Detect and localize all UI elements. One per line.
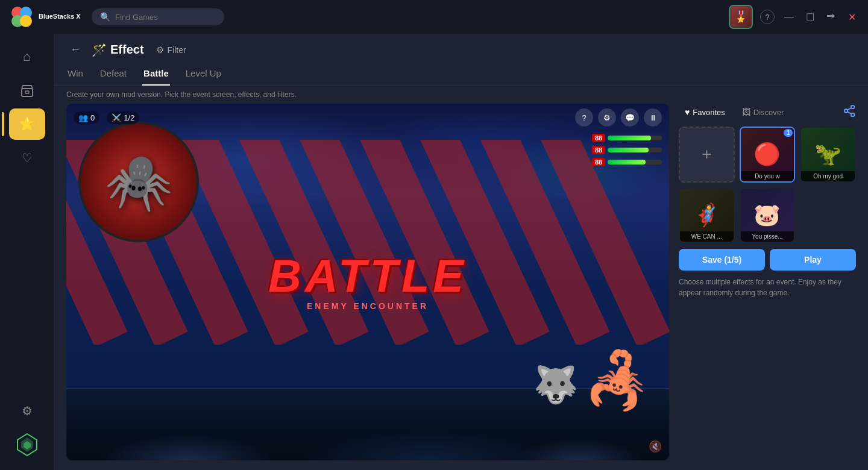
heart-tab-icon: ♥ — [685, 107, 690, 117]
share-button[interactable] — [843, 104, 856, 121]
hp-bar-fill-1 — [608, 136, 651, 140]
effect-card-you-pisse-label: You pisse... — [741, 231, 794, 242]
sidebar-item-favorites[interactable]: ♡ — [9, 142, 45, 174]
battle-text-overlay: BATTLE ENEMY ENCOUNTER — [268, 253, 467, 311]
we-can-sprite: 🦸 — [693, 202, 720, 228]
battle-count-badge: ⚔️ 1/2 — [107, 111, 139, 124]
hp-value-2: 88 — [592, 146, 605, 154]
battle-subtitle: ENEMY ENCOUNTER — [268, 301, 467, 311]
hp-row-1: 88 — [592, 134, 662, 142]
page-title-area: 🪄 Effect — [92, 43, 144, 57]
store-icon — [20, 83, 34, 98]
panel-tabs: ♥ Favorites 🖼 Discover — [679, 104, 856, 121]
effect-card-oh-my-god-inner: 🦖 Oh my god — [801, 128, 855, 181]
svg-point-11 — [851, 113, 855, 116]
swords-icon: ⚔️ — [112, 113, 121, 122]
forward-button[interactable]: ⮕ — [824, 9, 838, 25]
content-split: 🕷️ BATTLE ENEMY ENCOUNTER 👥 0 — [54, 104, 868, 470]
battle-count: 1/2 — [124, 113, 134, 122]
wolf-sprite: 🐺 — [533, 363, 579, 406]
effects-grid: + 🔴 1 Do you w 🦖 — [679, 127, 856, 243]
boss-sprite: 🦂 — [583, 349, 651, 412]
heart-icon: ♡ — [22, 151, 33, 165]
effect-card-we-can-inner: 🦸 WE CAN ... — [680, 189, 734, 242]
svg-rect-5 — [25, 91, 29, 93]
hud-right: ? ⚙ 💬 ⏸ — [575, 108, 662, 127]
filter-label: Filter — [168, 45, 186, 55]
logo-area: BlueStacks X — [10, 5, 82, 29]
tab-win[interactable]: Win — [66, 63, 84, 86]
favorites-tab-label: Favorites — [693, 108, 725, 117]
enemy-area: 🐺 🦂 — [533, 349, 651, 412]
effects-star-icon: ⭐ — [19, 116, 35, 132]
save-play-row: Save (1/5) Play — [679, 249, 856, 271]
hp-bar-bg-1 — [608, 136, 662, 140]
panel-tab-discover[interactable]: 🖼 Discover — [736, 104, 790, 121]
sidebar: ⌂ ⭐ ♡ ⚙ — [0, 34, 54, 470]
kills-count: 0 — [90, 113, 95, 122]
sidebar-item-settings[interactable]: ⚙ — [9, 395, 45, 427]
game-preview-area: 🕷️ BATTLE ENEMY ENCOUNTER 👥 0 — [66, 104, 669, 460]
effect-card-do-you-w-label: Do you w — [741, 171, 794, 181]
tabs-row: Win Defeat Battle Level Up — [54, 63, 868, 86]
play-button[interactable]: Play — [770, 249, 856, 271]
svg-line-13 — [848, 107, 851, 110]
filter-icon: ⚙ — [156, 45, 164, 55]
volume-icon[interactable]: 🔇 — [649, 440, 662, 453]
tab-levelup[interactable]: Level Up — [184, 63, 222, 86]
filter-button[interactable]: ⚙ Filter — [156, 45, 186, 55]
character-circle: 🕷️ — [78, 122, 199, 242]
back-button[interactable]: ← — [66, 42, 84, 57]
right-panel: ♥ Favorites 🖼 Discover — [669, 104, 856, 460]
sidebar-item-store[interactable] — [9, 75, 45, 106]
effect-card-do-you-w[interactable]: 🔴 1 Do you w — [740, 127, 796, 183]
hud-chat-button[interactable]: 💬 — [621, 108, 639, 127]
hud-pause-button[interactable]: ⏸ — [644, 108, 662, 127]
page-title: Effect — [110, 43, 144, 57]
main-layout: ⌂ ⭐ ♡ ⚙ — [0, 34, 868, 470]
avatar-button[interactable]: 🎖️ — [729, 5, 753, 29]
oh-my-god-sprite: 🦖 — [814, 142, 841, 167]
effect-card-you-pisse[interactable]: 🐷 You pisse... — [740, 187, 796, 243]
hp-row-2: 88 — [592, 146, 662, 154]
help-button[interactable]: ? — [760, 10, 775, 24]
close-button[interactable]: ✕ — [846, 9, 858, 25]
do-you-w-sprite: 🔴 — [753, 142, 781, 167]
hp-bar-fill-3 — [608, 160, 646, 164]
tab-battle[interactable]: Battle — [142, 63, 170, 86]
hud-help-button[interactable]: ? — [575, 108, 593, 127]
add-effect-inner: + — [680, 128, 734, 181]
svg-rect-4 — [22, 89, 33, 96]
hp-value-1: 88 — [592, 134, 605, 142]
hud-settings-button[interactable]: ⚙ — [598, 108, 616, 127]
effect-card-oh-my-god-label: Oh my god — [801, 171, 855, 181]
sidebar-item-effects[interactable]: ⭐ — [9, 108, 45, 140]
content-header: ← 🪄 Effect ⚙ Filter — [54, 34, 868, 63]
effect-wand-icon: 🪄 — [92, 43, 107, 57]
search-bar[interactable]: 🔍 — [92, 8, 224, 25]
minimize-button[interactable]: — — [782, 9, 796, 25]
share-icon — [843, 104, 856, 118]
save-button[interactable]: Save (1/5) — [679, 249, 765, 271]
kills-icon: 👥 — [78, 113, 88, 122]
hp-bar-bg-3 — [608, 160, 662, 164]
titlebar: BlueStacks X 🔍 🎖️ ? — ☐ ⮕ ✕ — [0, 0, 868, 34]
discover-tab-label: Discover — [753, 108, 784, 117]
character-sprite: 🕷️ — [105, 151, 172, 214]
add-effect-card[interactable]: + — [679, 127, 735, 183]
hp-value-3: 88 — [592, 158, 605, 166]
effect-card-we-can[interactable]: 🦸 WE CAN ... — [679, 187, 735, 243]
titlebar-right: 🎖️ ? — ☐ ⮕ ✕ — [729, 5, 858, 29]
effect-card-oh-my-god[interactable]: 🦖 Oh my god — [800, 127, 856, 183]
svg-point-3 — [20, 15, 32, 27]
game-preview: 🕷️ BATTLE ENEMY ENCOUNTER 👥 0 — [66, 104, 669, 460]
sidebar-item-home[interactable]: ⌂ — [9, 41, 45, 72]
subtitle: Create your own mod version. Pick the ev… — [54, 86, 868, 104]
search-icon: 🔍 — [100, 12, 110, 22]
search-input[interactable] — [115, 13, 216, 22]
tab-defeat[interactable]: Defeat — [99, 63, 128, 86]
kills-badge: 👥 0 — [74, 111, 99, 124]
maximize-button[interactable]: ☐ — [804, 9, 817, 25]
content-area: ← 🪄 Effect ⚙ Filter Win Defeat Battle Le… — [54, 34, 868, 470]
panel-tab-favorites[interactable]: ♥ Favorites — [679, 104, 731, 121]
